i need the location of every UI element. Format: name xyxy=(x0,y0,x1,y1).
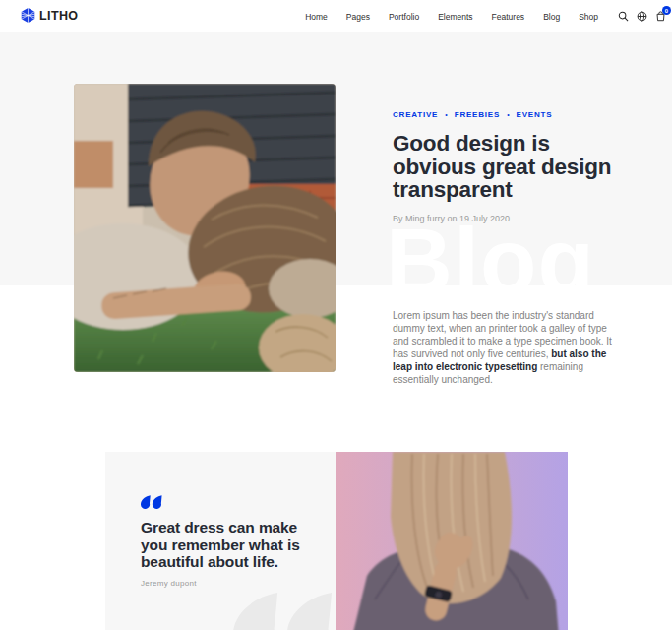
quote-card: Great dress can make you remember what i… xyxy=(105,452,568,630)
search-icon[interactable] xyxy=(618,11,629,22)
category-link-freebies[interactable]: FREEBIES xyxy=(455,110,500,119)
post-header: CREATIVE • FREEBIES • EVENTS Good design… xyxy=(393,110,621,223)
cart-button[interactable]: 0 xyxy=(655,11,666,22)
category-separator: • xyxy=(507,111,509,118)
nav-item-blog[interactable]: Blog xyxy=(543,12,560,22)
category-link-creative[interactable]: CREATIVE xyxy=(393,110,438,119)
blog-post-page: LITHO Home Pages Portfolio Elements Feat… xyxy=(0,0,672,630)
logo-text: LITHO xyxy=(39,9,79,23)
category-separator: • xyxy=(445,111,447,118)
litho-logo-icon xyxy=(21,8,35,23)
nav-item-home[interactable]: Home xyxy=(305,12,328,22)
quote-watermark-icon xyxy=(233,593,334,630)
language-icon[interactable] xyxy=(637,11,647,22)
nav-item-shop[interactable]: Shop xyxy=(579,12,598,22)
logo[interactable]: LITHO xyxy=(21,8,79,23)
quote-image xyxy=(336,452,568,630)
post-excerpt: Lorem ipsum has been the industry's stan… xyxy=(393,309,622,386)
nav-item-features[interactable]: Features xyxy=(492,12,525,22)
nav-item-elements[interactable]: Elements xyxy=(438,12,472,22)
header-icon-group: 0 xyxy=(618,0,666,32)
nav-item-pages[interactable]: Pages xyxy=(346,12,370,22)
blog-watermark-text: Blog xyxy=(386,216,595,285)
post-title: Good design is obvious great design tran… xyxy=(393,132,621,202)
quote-icon xyxy=(141,495,162,509)
category-link-events[interactable]: EVENTS xyxy=(517,110,553,119)
blog-featured-image xyxy=(74,84,336,372)
site-header: LITHO Home Pages Portfolio Elements Feat… xyxy=(0,0,672,32)
main-nav: Home Pages Portfolio Elements Features B… xyxy=(305,0,598,32)
nav-item-portfolio[interactable]: Portfolio xyxy=(389,12,419,22)
quote-text: Great dress can make you remember what i… xyxy=(141,519,310,571)
quote-author: Jeremy dupont xyxy=(141,579,197,588)
post-byline: By Ming furry on 19 July 2020 xyxy=(393,214,621,223)
post-categories: CREATIVE • FREEBIES • EVENTS xyxy=(393,110,621,119)
quote-panel: Great dress can make you remember what i… xyxy=(105,452,336,630)
cart-badge: 0 xyxy=(662,6,671,15)
